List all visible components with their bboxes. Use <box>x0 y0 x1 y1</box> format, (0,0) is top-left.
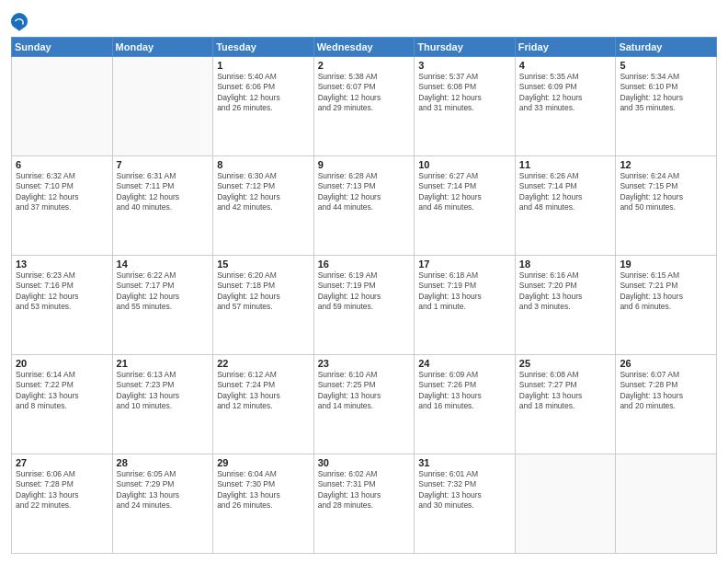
day-number: 1 <box>217 60 310 71</box>
calendar-cell: 10Sunrise: 6:27 AM Sunset: 7:14 PM Dayli… <box>415 156 516 256</box>
day-info: Sunrise: 6:09 AM Sunset: 7:26 PM Dayligh… <box>418 370 511 412</box>
day-info: Sunrise: 6:19 AM Sunset: 7:19 PM Dayligh… <box>318 270 411 313</box>
day-number: 7 <box>117 159 210 170</box>
calendar-cell <box>112 57 213 156</box>
calendar-cell: 29Sunrise: 6:04 AM Sunset: 7:30 PM Dayli… <box>213 454 314 554</box>
calendar-week-row: 20Sunrise: 6:14 AM Sunset: 7:22 PM Dayli… <box>12 355 717 454</box>
day-number: 31 <box>418 457 511 468</box>
day-of-week-header: Monday <box>112 38 213 57</box>
day-of-week-header: Wednesday <box>313 38 415 57</box>
day-number: 19 <box>620 259 712 270</box>
calendar-cell: 24Sunrise: 6:09 AM Sunset: 7:26 PM Dayli… <box>415 355 516 454</box>
calendar-cell: 2Sunrise: 5:38 AM Sunset: 6:07 PM Daylig… <box>313 57 415 156</box>
day-number: 25 <box>519 358 612 369</box>
day-number: 29 <box>217 457 310 468</box>
calendar-cell: 16Sunrise: 6:19 AM Sunset: 7:19 PM Dayli… <box>313 256 415 355</box>
calendar-cell: 19Sunrise: 6:15 AM Sunset: 7:21 PM Dayli… <box>616 256 717 355</box>
day-info: Sunrise: 6:31 AM Sunset: 7:11 PM Dayligh… <box>117 171 210 213</box>
calendar-cell: 30Sunrise: 6:02 AM Sunset: 7:31 PM Dayli… <box>313 454 415 554</box>
calendar-body: 1Sunrise: 5:40 AM Sunset: 6:06 PM Daylig… <box>12 57 717 554</box>
day-number: 20 <box>16 358 108 369</box>
calendar-header: SundayMondayTuesdayWednesdayThursdayFrid… <box>12 38 717 57</box>
calendar-week-row: 13Sunrise: 6:23 AM Sunset: 7:16 PM Dayli… <box>12 256 717 355</box>
day-info: Sunrise: 6:22 AM Sunset: 7:17 PM Dayligh… <box>117 270 210 313</box>
day-number: 21 <box>117 358 210 369</box>
day-of-week-header: Friday <box>515 38 616 57</box>
day-number: 2 <box>318 60 411 71</box>
calendar-cell: 9Sunrise: 6:28 AM Sunset: 7:13 PM Daylig… <box>313 156 415 256</box>
calendar-cell: 31Sunrise: 6:01 AM Sunset: 7:32 PM Dayli… <box>415 454 516 554</box>
calendar-cell <box>12 57 113 156</box>
calendar-cell: 23Sunrise: 6:10 AM Sunset: 7:25 PM Dayli… <box>313 355 415 454</box>
calendar-cell: 18Sunrise: 6:16 AM Sunset: 7:20 PM Dayli… <box>515 256 616 355</box>
day-number: 18 <box>519 259 612 270</box>
calendar-cell: 27Sunrise: 6:06 AM Sunset: 7:28 PM Dayli… <box>12 454 113 554</box>
header <box>11 9 717 31</box>
calendar-cell: 6Sunrise: 6:32 AM Sunset: 7:10 PM Daylig… <box>12 156 113 256</box>
day-info: Sunrise: 6:15 AM Sunset: 7:21 PM Dayligh… <box>620 270 712 313</box>
day-number: 28 <box>117 457 210 468</box>
day-number: 14 <box>117 259 210 270</box>
day-info: Sunrise: 6:04 AM Sunset: 7:30 PM Dayligh… <box>217 469 310 511</box>
day-number: 3 <box>418 60 511 71</box>
calendar: SundayMondayTuesdayWednesdayThursdayFrid… <box>11 37 717 554</box>
logo <box>11 9 29 31</box>
day-number: 8 <box>217 159 310 170</box>
day-info: Sunrise: 6:26 AM Sunset: 7:14 PM Dayligh… <box>519 171 612 213</box>
day-number: 23 <box>318 358 411 369</box>
calendar-cell: 5Sunrise: 5:34 AM Sunset: 6:10 PM Daylig… <box>616 57 717 156</box>
day-info: Sunrise: 6:12 AM Sunset: 7:24 PM Dayligh… <box>217 370 310 412</box>
day-info: Sunrise: 6:18 AM Sunset: 7:19 PM Dayligh… <box>418 270 511 313</box>
day-of-week-header: Thursday <box>415 38 516 57</box>
day-info: Sunrise: 6:01 AM Sunset: 7:32 PM Dayligh… <box>418 469 511 511</box>
calendar-cell: 11Sunrise: 6:26 AM Sunset: 7:14 PM Dayli… <box>515 156 616 256</box>
page: SundayMondayTuesdayWednesdayThursdayFrid… <box>0 0 728 563</box>
day-info: Sunrise: 6:23 AM Sunset: 7:16 PM Dayligh… <box>16 270 108 313</box>
day-number: 6 <box>16 159 108 170</box>
calendar-cell: 28Sunrise: 6:05 AM Sunset: 7:29 PM Dayli… <box>112 454 213 554</box>
calendar-cell: 3Sunrise: 5:37 AM Sunset: 6:08 PM Daylig… <box>415 57 516 156</box>
calendar-cell: 1Sunrise: 5:40 AM Sunset: 6:06 PM Daylig… <box>213 57 314 156</box>
day-info: Sunrise: 6:27 AM Sunset: 7:14 PM Dayligh… <box>418 171 511 213</box>
calendar-cell: 4Sunrise: 5:35 AM Sunset: 6:09 PM Daylig… <box>515 57 616 156</box>
calendar-week-row: 27Sunrise: 6:06 AM Sunset: 7:28 PM Dayli… <box>12 454 717 554</box>
calendar-cell: 7Sunrise: 6:31 AM Sunset: 7:11 PM Daylig… <box>112 156 213 256</box>
calendar-cell <box>515 454 616 554</box>
day-number: 9 <box>318 159 411 170</box>
day-info: Sunrise: 6:24 AM Sunset: 7:15 PM Dayligh… <box>620 171 712 213</box>
day-number: 15 <box>217 259 310 270</box>
calendar-cell: 13Sunrise: 6:23 AM Sunset: 7:16 PM Dayli… <box>12 256 113 355</box>
day-number: 12 <box>620 159 712 170</box>
calendar-cell: 15Sunrise: 6:20 AM Sunset: 7:18 PM Dayli… <box>213 256 314 355</box>
day-number: 17 <box>418 259 511 270</box>
day-info: Sunrise: 5:37 AM Sunset: 6:08 PM Dayligh… <box>418 72 511 114</box>
day-number: 11 <box>519 159 612 170</box>
day-info: Sunrise: 6:10 AM Sunset: 7:25 PM Dayligh… <box>318 370 411 412</box>
day-info: Sunrise: 6:05 AM Sunset: 7:29 PM Dayligh… <box>117 469 210 511</box>
day-header-row: SundayMondayTuesdayWednesdayThursdayFrid… <box>12 38 717 57</box>
day-info: Sunrise: 6:20 AM Sunset: 7:18 PM Dayligh… <box>217 270 310 313</box>
day-number: 26 <box>620 358 712 369</box>
day-of-week-header: Tuesday <box>213 38 314 57</box>
day-number: 10 <box>418 159 511 170</box>
day-info: Sunrise: 5:40 AM Sunset: 6:06 PM Dayligh… <box>217 72 310 114</box>
day-info: Sunrise: 5:35 AM Sunset: 6:09 PM Dayligh… <box>519 72 612 114</box>
day-info: Sunrise: 6:30 AM Sunset: 7:12 PM Dayligh… <box>217 171 310 213</box>
calendar-cell: 20Sunrise: 6:14 AM Sunset: 7:22 PM Dayli… <box>12 355 113 454</box>
day-number: 4 <box>519 60 612 71</box>
day-number: 16 <box>318 259 411 270</box>
day-number: 13 <box>16 259 108 270</box>
logo-icon <box>11 11 28 31</box>
calendar-cell: 14Sunrise: 6:22 AM Sunset: 7:17 PM Dayli… <box>112 256 213 355</box>
calendar-week-row: 1Sunrise: 5:40 AM Sunset: 6:06 PM Daylig… <box>12 57 717 156</box>
calendar-cell: 12Sunrise: 6:24 AM Sunset: 7:15 PM Dayli… <box>616 156 717 256</box>
day-info: Sunrise: 5:34 AM Sunset: 6:10 PM Dayligh… <box>620 72 712 114</box>
day-info: Sunrise: 5:38 AM Sunset: 6:07 PM Dayligh… <box>318 72 411 114</box>
day-info: Sunrise: 6:06 AM Sunset: 7:28 PM Dayligh… <box>16 469 108 511</box>
day-number: 27 <box>16 457 108 468</box>
calendar-cell: 21Sunrise: 6:13 AM Sunset: 7:23 PM Dayli… <box>112 355 213 454</box>
day-info: Sunrise: 6:28 AM Sunset: 7:13 PM Dayligh… <box>318 171 411 213</box>
day-info: Sunrise: 6:16 AM Sunset: 7:20 PM Dayligh… <box>519 270 612 313</box>
calendar-week-row: 6Sunrise: 6:32 AM Sunset: 7:10 PM Daylig… <box>12 156 717 256</box>
day-number: 5 <box>620 60 712 71</box>
